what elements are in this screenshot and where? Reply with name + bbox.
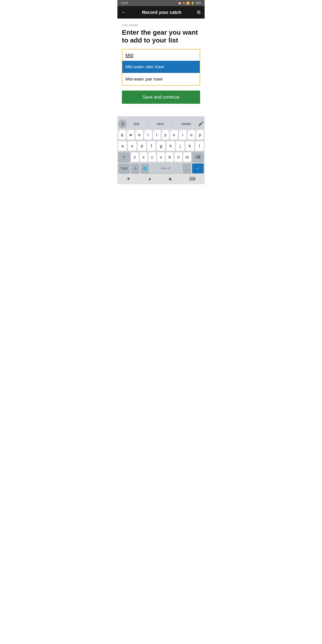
- battery-icon: 🔋: [191, 2, 194, 5]
- dropdown-item-otter-trawl[interactable]: Mid-water otter trawl: [122, 61, 200, 73]
- confirm-key[interactable]: ✓: [192, 164, 204, 173]
- nav-home-icon[interactable]: ●: [148, 176, 151, 182]
- key-s[interactable]: s: [128, 141, 136, 151]
- symbols-key[interactable]: ?123: [118, 164, 130, 173]
- key-k[interactable]: k: [186, 141, 194, 151]
- section-label: Trip details: [122, 23, 200, 27]
- suggestion-middle[interactable]: Middle: [179, 120, 194, 127]
- key-c[interactable]: c: [148, 152, 156, 162]
- key-e[interactable]: 3e: [136, 130, 143, 140]
- nav-back-icon[interactable]: ▼: [126, 176, 131, 182]
- period-key[interactable]: .: [182, 164, 191, 173]
- main-content: Trip details Enter the gear you want to …: [118, 18, 204, 107]
- keyboard-row-2: a s d f g h j k l: [118, 140, 204, 152]
- key-o[interactable]: 9o: [188, 130, 195, 140]
- nav-keyboard-icon[interactable]: ⌨: [189, 176, 196, 182]
- key-i[interactable]: 8i: [179, 130, 186, 140]
- keyboard: ❯ Mid | Mod | Middle 🎤 1q 2w 3e 4r 5t 6y…: [118, 116, 204, 184]
- page-heading: Enter the gear you want to add to your l…: [122, 28, 200, 44]
- key-q[interactable]: 1q: [118, 130, 126, 140]
- battery-percent: 52%: [196, 2, 201, 5]
- back-button[interactable]: ←: [122, 10, 126, 15]
- key-y[interactable]: 6y: [162, 130, 169, 140]
- key-z[interactable]: z: [131, 152, 139, 162]
- key-w[interactable]: 2w: [127, 130, 134, 140]
- key-g[interactable]: g: [157, 141, 165, 151]
- key-x[interactable]: x: [140, 152, 147, 162]
- minus-circle-icon: ⊖: [183, 2, 185, 5]
- keyboard-row-4: ?123 ☺ 🌐 EN • IT . ✓: [118, 163, 204, 174]
- key-t[interactable]: 5t: [153, 130, 160, 140]
- signal-icon: 📶: [186, 2, 190, 5]
- space-key[interactable]: EN • IT: [150, 164, 181, 173]
- alarm-icon: ⏰: [178, 2, 181, 5]
- shift-key[interactable]: ⇧: [118, 152, 130, 162]
- nav-recents-icon[interactable]: ■: [169, 176, 172, 182]
- key-m[interactable]: m: [183, 152, 191, 162]
- keyboard-row-3: ⇧ z x c v b n m ⌫: [118, 152, 204, 163]
- key-h[interactable]: h: [166, 141, 175, 151]
- status-icons: ⏰ ⊖ 📶 🔋 52%: [178, 2, 201, 5]
- save-continue-button[interactable]: Save and continue: [122, 90, 200, 104]
- globe-key[interactable]: 🌐: [141, 164, 149, 173]
- dropdown-item-pair-trawl[interactable]: Mid-water pair trawl: [122, 73, 200, 85]
- key-u[interactable]: 7u: [170, 130, 178, 140]
- suggestion-words: Mid | Mod | Middle: [128, 120, 196, 127]
- key-a[interactable]: a: [118, 141, 127, 151]
- key-r[interactable]: 4r: [144, 130, 152, 140]
- key-n[interactable]: n: [175, 152, 182, 162]
- suggestion-mid[interactable]: Mid: [132, 120, 141, 127]
- key-v[interactable]: v: [157, 152, 165, 162]
- gear-dropdown: Mid-water otter trawl Mid-water pair tra…: [122, 60, 200, 85]
- key-j[interactable]: j: [176, 141, 184, 151]
- nav-bar: ← Record your catch ⧉: [118, 6, 204, 18]
- export-icon[interactable]: ⧉: [197, 10, 200, 15]
- status-time: 13:37: [121, 1, 128, 5]
- keyboard-row-1: 1q 2w 3e 4r 5t 6y 7u 8i 9o 0p: [118, 129, 204, 140]
- key-b[interactable]: b: [166, 152, 174, 162]
- suggestions-row: ❯ Mid | Mod | Middle 🎤: [118, 118, 204, 129]
- suggestions-expand-button[interactable]: ❯: [118, 120, 127, 128]
- gear-input-container: Mid-water otter trawl Mid-water pair tra…: [122, 49, 200, 86]
- key-f[interactable]: f: [147, 141, 156, 151]
- key-p[interactable]: 0p: [196, 130, 204, 140]
- page-title: Record your catch: [142, 10, 181, 15]
- mic-icon[interactable]: 🎤: [198, 121, 204, 126]
- suggestion-mod[interactable]: Mod: [155, 120, 166, 127]
- status-bar: 13:37 ⏰ ⊖ 📶 🔋 52%: [118, 0, 204, 6]
- emoji-key[interactable]: ☺: [131, 164, 140, 173]
- key-d[interactable]: d: [138, 141, 146, 151]
- key-l[interactable]: l: [195, 141, 204, 151]
- gear-search-input[interactable]: [122, 50, 200, 60]
- backspace-key[interactable]: ⌫: [192, 152, 204, 162]
- bottom-nav: ▼ ● ■ ⌨: [118, 174, 204, 184]
